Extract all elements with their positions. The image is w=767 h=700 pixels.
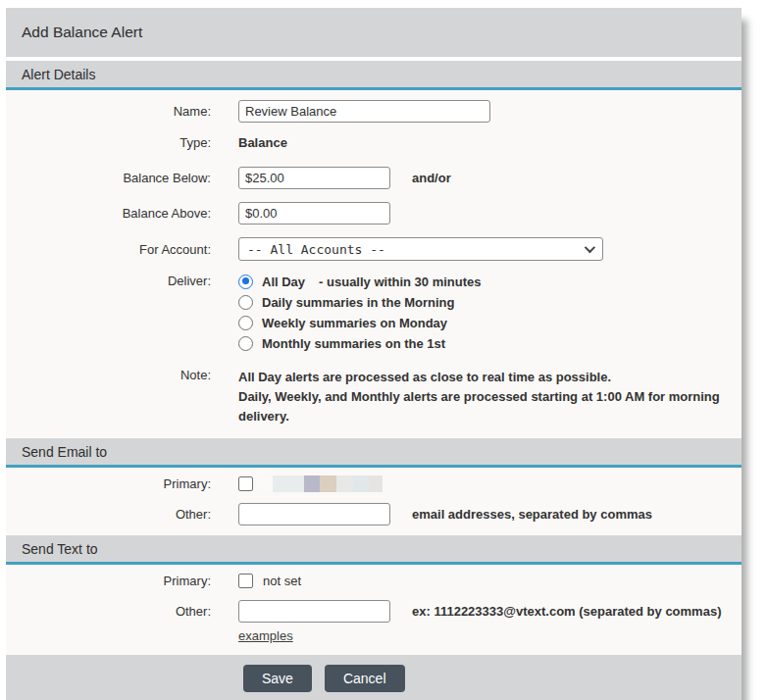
- type-value: Balance: [238, 135, 287, 150]
- email-other-input[interactable]: [238, 503, 390, 525]
- radio-selected-icon[interactable]: [238, 275, 253, 289]
- email-other-hint: email addresses, separated by commas: [412, 507, 652, 522]
- text-other-label: Other:: [6, 600, 211, 619]
- note-row: Note: All Day alerts are processed as cl…: [6, 368, 741, 426]
- alert-details-section: Name: Type: Balance Balance Below: and/o…: [6, 90, 741, 437]
- deliver-label: Deliver:: [6, 274, 211, 288]
- email-primary-checkbox[interactable]: [238, 476, 253, 491]
- deliver-option-weekly[interactable]: Weekly summaries on Monday: [238, 315, 482, 330]
- deliver-option-daily[interactable]: Daily summaries in the Morning: [238, 294, 482, 310]
- redacted-email-value: [263, 475, 383, 492]
- note-label: Note:: [6, 368, 211, 382]
- dialog-title: Add Balance Alert: [6, 8, 741, 57]
- send-email-section: Primary: Other: email addresses, separat…: [6, 468, 741, 534]
- email-primary-label: Primary:: [6, 476, 211, 491]
- section-header-alert-details: Alert Details: [6, 60, 741, 90]
- text-other-hint: ex: 1112223333@vtext.com (separated by c…: [412, 604, 721, 619]
- balance-above-input[interactable]: [238, 202, 390, 225]
- balance-above-row: Balance Above:: [6, 202, 741, 225]
- send-text-section: Primary: not set Other: ex: 1112223333@v…: [6, 565, 741, 655]
- name-row: Name:: [6, 100, 741, 123]
- chevron-down-icon: [585, 242, 595, 253]
- type-row: Type: Balance: [6, 135, 741, 150]
- text-primary-row: Primary: not set: [6, 574, 741, 588]
- add-balance-alert-dialog: Add Balance Alert Alert Details Name: Ty…: [6, 8, 741, 700]
- radio-icon[interactable]: [238, 316, 253, 330]
- radio-icon[interactable]: [238, 295, 253, 310]
- text-primary-checkbox[interactable]: [238, 574, 253, 588]
- for-account-label: For Account:: [6, 242, 211, 257]
- text-other-input[interactable]: [238, 600, 390, 623]
- email-other-label: Other:: [6, 507, 211, 522]
- balance-below-input[interactable]: [238, 167, 390, 189]
- type-label: Type:: [6, 135, 211, 150]
- save-button[interactable]: Save: [243, 665, 312, 692]
- name-label: Name:: [6, 104, 211, 119]
- section-header-send-email: Send Email to: [6, 437, 741, 468]
- examples-link[interactable]: examples: [238, 628, 293, 643]
- cancel-button[interactable]: Cancel: [325, 665, 405, 692]
- email-primary-row: Primary:: [6, 475, 741, 492]
- section-header-send-text: Send Text to: [6, 534, 741, 565]
- name-input[interactable]: [238, 100, 490, 123]
- text-other-row: Other: ex: 1112223333@vtext.com (separat…: [6, 600, 741, 643]
- email-other-row: Other: email addresses, separated by com…: [6, 503, 741, 525]
- account-select-value: -- All Accounts --: [247, 242, 385, 257]
- note-line-1: All Day alerts are processed as close to…: [238, 368, 611, 387]
- deliver-row: Deliver: All Day - usually within 30 min…: [6, 274, 741, 351]
- text-primary-value: not set: [263, 574, 301, 588]
- button-bar: Save Cancel: [6, 655, 741, 700]
- deliver-option-all-day[interactable]: All Day - usually within 30 minutes: [238, 274, 482, 289]
- balance-below-label: Balance Below:: [6, 171, 211, 185]
- account-select[interactable]: -- All Accounts --: [238, 237, 603, 261]
- note-line-2: Daily, Weekly, and Monthly alerts are pr…: [238, 387, 741, 426]
- deliver-radio-group: All Day - usually within 30 minutes Dail…: [238, 274, 482, 351]
- text-primary-label: Primary:: [6, 574, 211, 588]
- and-or-label: and/or: [412, 171, 451, 185]
- deliver-option-monthly[interactable]: Monthly summaries on the 1st: [238, 335, 482, 351]
- balance-above-label: Balance Above:: [6, 206, 211, 221]
- radio-icon[interactable]: [238, 336, 253, 351]
- for-account-row: For Account: -- All Accounts --: [6, 237, 741, 261]
- balance-below-row: Balance Below: and/or: [6, 167, 741, 189]
